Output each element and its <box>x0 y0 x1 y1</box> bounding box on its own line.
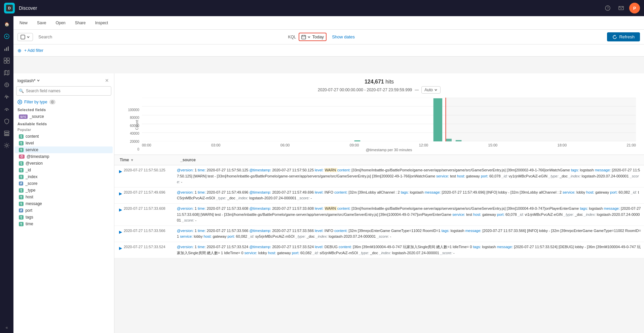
field-item-message[interactable]: t message <box>15 200 113 207</box>
field-item-content[interactable]: t content <box>15 133 113 140</box>
field-item-port[interactable]: # port <box>15 207 113 214</box>
date-picker-button[interactable]: Today <box>299 33 327 41</box>
field-item-time[interactable]: t time <box>15 221 113 227</box>
maps-icon[interactable] <box>1 67 12 78</box>
visualize-icon[interactable] <box>1 43 12 54</box>
show-dates-button[interactable]: Show dates <box>329 33 357 41</box>
apm-icon[interactable] <box>1 92 12 102</box>
filter-by-type-button[interactable]: Filter by type 0 <box>13 98 114 106</box>
field-item-source[interactable]: src _source <box>15 113 113 120</box>
chart-time-range: 2020-07-27 00:00:00.000 - 2020-07-27 23:… <box>122 86 636 94</box>
svg-rect-11 <box>7 61 9 63</box>
field-type-src: src <box>19 114 28 119</box>
table-row[interactable]: ▶ 2020-07-27 11:57:50.125 @version: 1 ti… <box>114 165 644 188</box>
chart-area: 124,671 hits 2020-07-27 00:00:00.000 - 2… <box>114 73 644 155</box>
management-icon[interactable] <box>1 140 12 151</box>
field-name: _source <box>30 114 109 119</box>
expand-row-button[interactable]: ▶ <box>117 190 124 197</box>
field-type-t: t <box>19 195 24 199</box>
open-button[interactable]: Open <box>53 19 67 27</box>
siem-icon[interactable] <box>1 116 12 127</box>
new-button[interactable]: New <box>17 19 30 27</box>
selected-fields-header: Selected fields <box>13 106 114 113</box>
discover-icon[interactable] <box>1 31 12 42</box>
svg-rect-7 <box>8 46 9 51</box>
machine-learning-icon[interactable] <box>1 79 12 90</box>
table-header: Time ▼ _source <box>114 155 644 165</box>
field-item-tags[interactable]: t tags <box>15 214 113 221</box>
svg-rect-20 <box>4 135 9 136</box>
results-table: Time ▼ _source ▶ 2020-07-27 11:57:50.125… <box>114 155 644 258</box>
svg-point-4 <box>6 36 7 37</box>
field-item-service[interactable]: t service <box>15 146 113 153</box>
svg-rect-19 <box>4 133 9 134</box>
table-row[interactable]: ▶ 2020-07-27 11:57:33.566 @version: 1 ti… <box>114 226 644 242</box>
filter-type-count: 0 <box>49 100 55 104</box>
search-fields-input[interactable] <box>16 86 111 96</box>
app-title: Discover <box>19 5 37 11</box>
infra-icon[interactable] <box>1 128 12 139</box>
field-item-version[interactable]: t @version <box>15 160 113 167</box>
field-item-index[interactable]: t _index <box>15 173 113 180</box>
add-filter-button[interactable]: + Add filter <box>24 48 43 53</box>
save-button[interactable]: Save <box>35 19 48 27</box>
help-icon[interactable]: ? <box>602 3 613 13</box>
inspect-button[interactable]: Inspect <box>93 19 110 27</box>
date-label: Today <box>312 34 324 39</box>
svg-rect-18 <box>4 131 9 132</box>
home-icon[interactable]: 🏠 <box>1 19 12 30</box>
table-row[interactable]: ▶ 2020-07-27 11:57:49.696 @version: 1 ti… <box>114 188 644 204</box>
dashboard-icon[interactable] <box>1 55 12 66</box>
field-item-id[interactable]: t _id <box>15 167 113 173</box>
svg-rect-23 <box>302 35 306 39</box>
svg-rect-37 <box>433 98 442 141</box>
left-sidebar: 🏠 « <box>0 16 13 333</box>
logo-letter: D <box>6 5 13 11</box>
mail-icon[interactable] <box>616 3 627 13</box>
field-type-clock: ⏱ <box>19 155 25 159</box>
field-item-level[interactable]: t level <box>15 140 113 146</box>
index-pattern-header: logstash* ✕ <box>13 76 114 86</box>
index-pattern-selector[interactable]: logstash* <box>17 78 40 83</box>
search-bar: KQL Today Show dates Refresh <box>13 30 644 44</box>
table-row[interactable]: ▶ 2020-07-27 11:57:33.524 @version: 1 ti… <box>114 242 644 258</box>
svg-point-21 <box>6 144 8 146</box>
share-button[interactable]: Share <box>73 19 88 27</box>
left-panel: logstash* ✕ 🔍 Filter by type 0 Selected … <box>13 73 114 333</box>
popular-fields-header: Popular <box>13 127 114 133</box>
field-item-timestamp[interactable]: ⏱ @timestamp <box>15 153 113 160</box>
field-item-score[interactable]: # _score <box>15 180 113 187</box>
svg-rect-22 <box>21 35 25 39</box>
field-type-t: t <box>19 222 24 226</box>
filter-type-label: Filter by type <box>24 100 47 104</box>
svg-text:?: ? <box>607 6 609 10</box>
filter-bar: ⊕ + Add filter <box>13 44 644 57</box>
uptime-icon[interactable] <box>1 104 12 114</box>
collapse-sidebar-icon[interactable]: « <box>1 322 12 333</box>
field-type-t: t <box>19 202 24 206</box>
kibana-logo[interactable]: D <box>4 3 15 13</box>
index-pattern-label: logstash* <box>17 78 35 83</box>
user-avatar[interactable]: P <box>629 3 640 13</box>
search-fields-icon: 🔍 <box>19 89 24 93</box>
search-type-button[interactable] <box>17 33 33 41</box>
svg-point-17 <box>6 109 7 111</box>
field-item-host[interactable]: t host <box>15 194 113 200</box>
search-input[interactable] <box>36 33 285 41</box>
right-panel: 124,671 hits 2020-07-27 00:00:00.000 - 2… <box>114 73 644 333</box>
content-area: logstash* ✕ 🔍 Filter by type 0 Selected … <box>13 73 644 333</box>
source-column-header: _source <box>180 158 639 162</box>
close-left-panel-button[interactable]: ✕ <box>104 77 110 84</box>
chart-hits-label: hits <box>385 79 394 85</box>
field-item-type[interactable]: t _type <box>15 187 113 194</box>
available-fields-header: Available fields <box>13 120 114 127</box>
table-row[interactable]: ▶ 2020-07-27 11:57:33.608 @version: 1 ti… <box>114 204 644 226</box>
refresh-button[interactable]: Refresh <box>607 32 640 41</box>
expand-row-button[interactable]: ▶ <box>117 206 124 213</box>
expand-row-button[interactable]: ▶ <box>117 229 124 235</box>
expand-row-button[interactable]: ▶ <box>117 168 124 175</box>
time-column-header[interactable]: Time ▼ <box>120 158 180 162</box>
expand-row-button[interactable]: ▶ <box>117 245 124 252</box>
field-type-t: t <box>19 188 24 193</box>
chart-interval-selector[interactable]: Auto <box>421 86 441 94</box>
